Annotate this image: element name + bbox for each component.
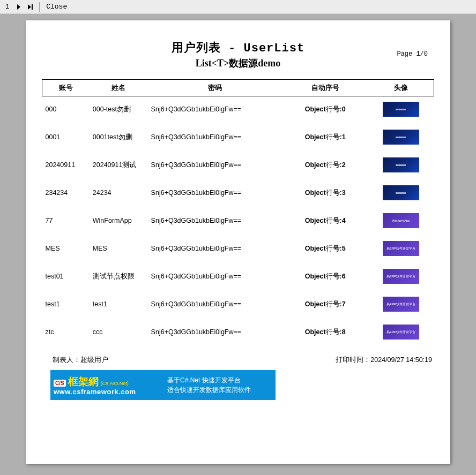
cell-seq: Object行号:6 (282, 263, 368, 291)
banner-right: 基于C#.Net 快速开发平台 适合快速开发数据库应用软件 (163, 370, 276, 400)
table-row: test1test1Snj6+Q3dGGb1ukbEi0igFw==Object… (42, 291, 434, 319)
col-header-account: 账号 (42, 80, 90, 96)
avatar-thumbnail-label: 易ERP软件开发平台 (385, 246, 416, 251)
cell-name: WinFormApp (90, 208, 148, 236)
avatar-thumbnail-label: 易ERP软件开发平台 (385, 302, 416, 307)
avatar-thumbnail: 易ERP软件开发平台 (383, 325, 419, 340)
cell-seq: Object行号:8 (282, 319, 368, 347)
cell-password: Snj6+Q3dGGb1ukbEi0igFw== (148, 319, 283, 347)
avatar-thumbnail (383, 102, 419, 117)
cell-account: 77 (42, 208, 90, 236)
avatar-thumbnail: WinformApp (383, 213, 419, 228)
banner-badge: C/S (54, 380, 66, 387)
cell-avatar (368, 96, 434, 125)
cell-password: Snj6+Q3dGGb1ukbEi0igFw== (148, 152, 283, 180)
avatar-thumbnail: 易ERP软件开发平台 (383, 241, 419, 256)
promo-banner: C/S 框架網 (C#,Asp.Net) www.csframework.com… (50, 370, 276, 400)
cell-account: ztc (42, 319, 90, 347)
cell-avatar: 易ERP软件开发平台 (368, 291, 434, 319)
banner-big-text: 框架網 (68, 375, 99, 389)
toolbar-separator (39, 2, 40, 12)
cell-account: 000 (42, 96, 90, 125)
avatar-thumbnail (383, 185, 419, 200)
report-subtitle: List<T>数据源demo (42, 57, 434, 70)
print-time-value: 2024/09/27 14:50:19 (370, 356, 432, 364)
banner-line-1: 基于C#.Net 快速开发平台 (167, 375, 276, 385)
cell-seq: Object行号:4 (282, 208, 368, 236)
cell-avatar: 易ERP软件开发平台 (368, 236, 434, 263)
cell-password: Snj6+Q3dGGb1ukbEi0igFw== (148, 236, 283, 263)
table-row: 23423424234Snj6+Q3dGGb1ukbEi0igFw==Objec… (42, 180, 434, 208)
close-button[interactable]: Close (44, 3, 69, 11)
cell-avatar: 易ERP软件开发平台 (368, 263, 434, 291)
avatar-thumbnail: 易ERP软件开发平台 (383, 297, 419, 312)
print-time-label: 打印时间： (336, 356, 370, 364)
report-footer-meta: 制表人：超级用户 打印时间：2024/09/27 14:50:19 (53, 356, 432, 365)
cell-avatar (368, 180, 434, 208)
cell-account: MES (42, 236, 90, 263)
next-page-button[interactable] (14, 3, 23, 11)
banner-left: C/S 框架網 (C#,Asp.Net) www.csframework.com (50, 370, 163, 400)
banner-url: www.csframework.com (54, 388, 160, 396)
cell-seq: Object行号:5 (282, 236, 368, 263)
cell-avatar: WinformApp (368, 208, 434, 236)
print-time-info: 打印时间：2024/09/27 14:50:19 (336, 356, 432, 365)
cell-avatar: 易ERP软件开发平台 (368, 319, 434, 347)
maker-label: 制表人： (53, 356, 80, 364)
toolbar-page-number[interactable]: 1 (3, 3, 11, 11)
table-row: 77WinFormAppSnj6+Q3dGGb1ukbEi0igFw==Obje… (42, 208, 434, 236)
cell-seq: Object行号:2 (282, 152, 368, 180)
cell-password: Snj6+Q3dGGb1ukbEi0igFw== (148, 263, 283, 291)
cell-account: test01 (42, 263, 90, 291)
avatar-thumbnail (383, 157, 419, 172)
last-page-button[interactable] (26, 3, 35, 11)
report-page: 用户列表 - UserList List<T>数据源demo Page 1/0 … (26, 20, 450, 464)
report-title: 用户列表 - UserList (42, 40, 434, 56)
avatar-thumbnail-label: 易ERP软件开发平台 (385, 274, 416, 279)
avatar-thumbnail-label: WinformApp (391, 218, 411, 223)
cell-avatar (368, 124, 434, 152)
col-header-seq: 自动序号 (282, 80, 368, 96)
cell-seq: Object行号:0 (282, 96, 368, 125)
table-row: 00010001test勿删Snj6+Q3dGGb1ukbEi0igFw==Ob… (42, 124, 434, 152)
cell-seq: Object行号:3 (282, 180, 368, 208)
cell-account: test1 (42, 291, 90, 319)
col-header-avatar: 头像 (368, 80, 434, 96)
cell-password: Snj6+Q3dGGb1ukbEi0igFw== (148, 291, 283, 319)
svg-rect-0 (32, 4, 33, 10)
table-row: test01测试节点权限Snj6+Q3dGGb1ukbEi0igFw==Obje… (42, 263, 434, 291)
table-row: ztccccSnj6+Q3dGGb1ukbEi0igFw==Object行号:8… (42, 319, 434, 347)
preview-canvas: 用户列表 - UserList List<T>数据源demo Page 1/0 … (0, 14, 476, 475)
cell-name: 24234 (90, 180, 148, 208)
avatar-thumbnail: 易ERP软件开发平台 (383, 269, 419, 284)
cell-name: 000-test勿删 (90, 96, 148, 125)
avatar-thumbnail (383, 130, 419, 145)
cell-name: ccc (90, 319, 148, 347)
banner-small-text: (C#,Asp.Net) (101, 381, 129, 386)
col-header-password: 密码 (148, 80, 283, 96)
cell-name: 0001test勿删 (90, 124, 148, 152)
maker-value: 超级用户 (80, 356, 108, 364)
cell-name: 测试节点权限 (90, 263, 148, 291)
cell-password: Snj6+Q3dGGb1ukbEi0igFw== (148, 124, 283, 152)
table-header-row: 账号 姓名 密码 自动序号 头像 (42, 80, 434, 96)
cell-password: Snj6+Q3dGGb1ukbEi0igFw== (148, 180, 283, 208)
cell-password: Snj6+Q3dGGb1ukbEi0igFw== (148, 208, 283, 236)
cell-account: 20240911 (42, 152, 90, 180)
col-header-name: 姓名 (90, 80, 148, 96)
cell-name: test1 (90, 291, 148, 319)
table-row: 2024091120240911测试Snj6+Q3dGGb1ukbEi0igFw… (42, 152, 434, 180)
maker-info: 制表人：超级用户 (53, 356, 108, 365)
cell-name: 20240911测试 (90, 152, 148, 180)
cell-password: Snj6+Q3dGGb1ukbEi0igFw== (148, 96, 283, 125)
page-indicator: Page 1/0 (397, 50, 428, 58)
user-list-table: 账号 姓名 密码 自动序号 头像 000000-test勿删Snj6+Q3dGG… (42, 79, 434, 347)
cell-seq: Object行号:1 (282, 124, 368, 152)
cell-name: MES (90, 236, 148, 263)
banner-line-2: 适合快速开发数据库应用软件 (167, 385, 276, 395)
print-preview-toolbar: 1 Close (0, 0, 476, 14)
cell-account: 234234 (42, 180, 90, 208)
cell-account: 0001 (42, 124, 90, 152)
table-row: 000000-test勿删Snj6+Q3dGGb1ukbEi0igFw==Obj… (42, 96, 434, 125)
cell-seq: Object行号:7 (282, 291, 368, 319)
